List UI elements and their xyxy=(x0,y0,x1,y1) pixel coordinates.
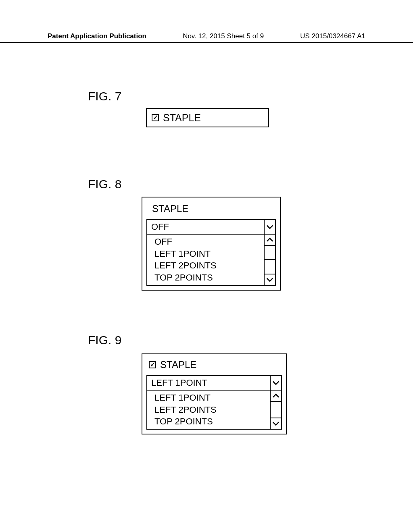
list-item[interactable]: TOP 2POINTS xyxy=(154,416,270,428)
fig7-staple-checkbox-panel: ✓ STAPLE xyxy=(146,108,269,127)
fig8-scrollbar[interactable] xyxy=(264,235,275,285)
figure-9-label: FIG. 9 xyxy=(88,333,121,347)
chevron-down-icon[interactable] xyxy=(264,220,275,234)
fig8-select-value: OFF xyxy=(147,220,264,234)
list-item[interactable]: LEFT 1POINT xyxy=(154,392,270,404)
scroll-track[interactable] xyxy=(265,246,275,274)
fig9-option-list: LEFT 1POINT LEFT 2POINTS TOP 2POINTS xyxy=(146,391,282,430)
chevron-down-icon[interactable] xyxy=(270,376,281,390)
fig9-title: STAPLE xyxy=(160,359,196,370)
scroll-down-icon[interactable] xyxy=(265,274,275,285)
staple-checkbox[interactable]: ✓ xyxy=(152,114,159,121)
staple-checkbox[interactable]: ✓ xyxy=(149,361,156,368)
staple-checkbox-label: STAPLE xyxy=(163,112,201,124)
fig8-select[interactable]: OFF xyxy=(146,219,276,235)
header-left: Patent Application Publication xyxy=(48,32,146,40)
scroll-track[interactable] xyxy=(271,402,281,418)
fig9-scrollbar[interactable] xyxy=(270,391,281,429)
fig9-select[interactable]: LEFT 1POINT xyxy=(146,375,282,391)
fig8-title: STAPLE xyxy=(152,203,276,214)
header-center: Nov. 12, 2015 Sheet 5 of 9 xyxy=(183,32,264,40)
figure-7-label: FIG. 7 xyxy=(88,89,121,103)
list-item[interactable]: LEFT 1POINT xyxy=(154,248,264,260)
list-item[interactable]: TOP 2POINTS xyxy=(154,272,264,284)
figure-8-label: FIG. 8 xyxy=(88,177,121,191)
header-right: US 2015/0324667 A1 xyxy=(300,32,365,40)
fig9-staple-panel: ✓ STAPLE LEFT 1POINT LEFT 1POINT LEFT 2P… xyxy=(142,353,287,434)
scroll-up-icon[interactable] xyxy=(265,235,275,246)
fig9-title-row: ✓ STAPLE xyxy=(149,359,282,370)
scroll-down-icon[interactable] xyxy=(271,418,281,429)
list-item[interactable]: LEFT 2POINTS xyxy=(154,404,270,416)
list-item[interactable]: LEFT 2POINTS xyxy=(154,260,264,272)
page-header: Patent Application Publication Nov. 12, … xyxy=(0,32,413,43)
list-item[interactable]: OFF xyxy=(154,236,264,248)
fig8-option-list: OFF LEFT 1POINT LEFT 2POINTS TOP 2POINTS xyxy=(146,235,276,286)
scroll-up-icon[interactable] xyxy=(271,391,281,402)
fig9-select-value: LEFT 1POINT xyxy=(147,376,270,390)
fig8-staple-panel: STAPLE OFF OFF LEFT 1POINT LEFT 2POINTS … xyxy=(142,197,281,291)
